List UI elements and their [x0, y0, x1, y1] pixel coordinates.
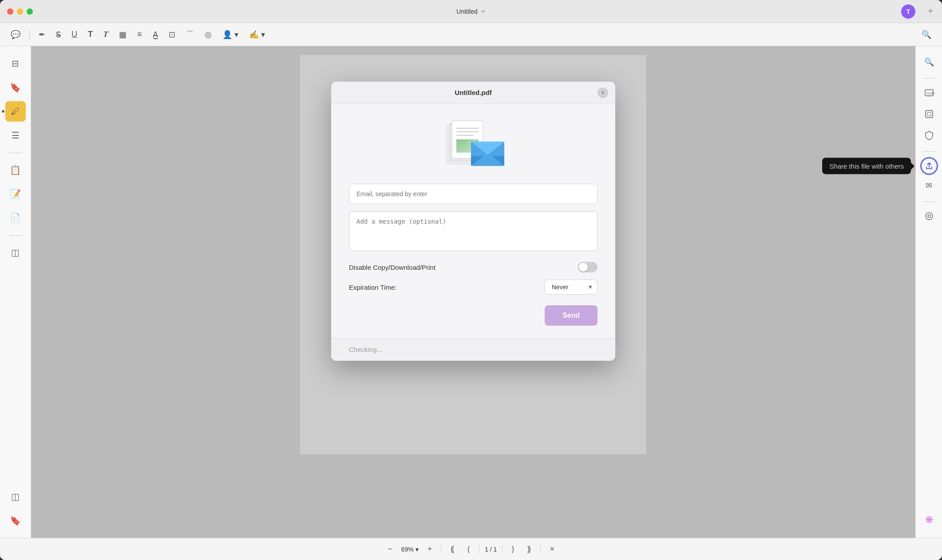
right-divider-2: [922, 151, 936, 152]
nav-first-button[interactable]: ⟪: [447, 543, 458, 556]
user-menu-icon[interactable]: 👤 ▾: [221, 28, 240, 41]
page-current: 1: [485, 546, 488, 553]
sidebar-item-pages[interactable]: ⊟: [5, 53, 26, 74]
disable-option-row: Disable Copy/Download/Print: [349, 262, 598, 272]
add-tab-button[interactable]: +: [928, 6, 933, 16]
notes-icon: 📝: [10, 189, 21, 199]
expiration-select[interactable]: Never 1 Day 7 Days 30 Days: [544, 280, 598, 295]
message-input[interactable]: [349, 211, 598, 251]
modal-body: Disable Copy/Download/Print Expiration T…: [331, 104, 615, 338]
list-icon[interactable]: ≡: [135, 28, 144, 41]
close-window-button[interactable]: [7, 8, 13, 15]
title-text: Untitled ✏: [456, 8, 485, 15]
share-modal: Untitled.pdf ×: [331, 82, 615, 361]
highlighter-icon: 🖊: [11, 106, 20, 117]
page-display: 1 / 1: [485, 546, 497, 553]
bottom-divider-1: [441, 545, 441, 554]
sidebar-item-bookmarks[interactable]: 🔖: [5, 77, 26, 98]
comments-icon[interactable]: 💬: [9, 28, 22, 41]
svg-point-17: [928, 215, 930, 217]
sidebar-spacer-1: [0, 149, 31, 156]
sidebar-spacer-2: [0, 232, 31, 239]
textbox-icon[interactable]: ▦: [117, 28, 128, 41]
bottom-divider-3: [502, 545, 503, 554]
modal-header: Untitled.pdf ×: [331, 82, 615, 104]
document-title: Untitled: [456, 8, 477, 15]
minimize-window-button[interactable]: [17, 8, 23, 15]
share-file-button[interactable]: [920, 157, 938, 175]
edit-title-icon[interactable]: ✏: [481, 8, 486, 15]
modal-footer: Checking...: [331, 338, 615, 361]
document-area: herbs you prefer. 2. Place the chicken i…: [31, 46, 915, 538]
shape-icon[interactable]: ⌒: [184, 28, 196, 42]
right-email-icon[interactable]: ✉: [920, 177, 938, 194]
send-button[interactable]: Send: [545, 305, 598, 326]
zoom-dropdown-icon[interactable]: ▾: [416, 546, 419, 553]
zoom-out-button[interactable]: −: [384, 543, 396, 556]
right-search-icon[interactable]: 🔍: [920, 53, 938, 71]
right-ocr-icon[interactable]: OCR: [920, 84, 938, 102]
email-input[interactable]: [349, 184, 598, 204]
highlight-icon[interactable]: A̲: [151, 28, 160, 41]
nav-last-button[interactable]: ⟫: [523, 543, 535, 556]
main-content: ⊟ 🔖 🖊 ☰ 📋 📝 📄: [0, 46, 942, 538]
underline-icon[interactable]: U: [70, 28, 79, 41]
sidebar-item-notes[interactable]: 📝: [5, 184, 26, 204]
mail-illustration: [438, 117, 509, 170]
right-divider-3: [922, 201, 936, 202]
nav-prev-button[interactable]: ⟨: [463, 543, 474, 556]
sidebar-item-stamp[interactable]: 📄: [5, 208, 26, 228]
bottom-toolbar: − 69% ▾ + ⟪ ⟨ 1 / 1 ⟩ ⟫ ×: [0, 538, 942, 560]
bookmarks-icon: 🔖: [10, 82, 21, 93]
strikethrough-icon[interactable]: S̶: [54, 28, 63, 41]
modal-close-button[interactable]: ×: [598, 87, 608, 98]
disable-toggle[interactable]: [578, 262, 598, 272]
modal-title: Untitled.pdf: [340, 89, 606, 96]
maximize-window-button[interactable]: [27, 8, 33, 15]
zoom-level: 69%: [401, 546, 414, 553]
right-save-icon[interactable]: [920, 207, 938, 225]
active-indicator: [2, 110, 4, 113]
text-icon[interactable]: T: [86, 28, 95, 41]
toggle-knob: [579, 263, 588, 272]
close-doc-button[interactable]: ×: [546, 543, 558, 556]
search-toolbar-icon[interactable]: 🔍: [920, 28, 933, 41]
app-window: Untitled ✏ + T 💬 ✒ S̶ U T 𝑻 ▦ ≡ A̲ ⊡ ⌒ ◎…: [0, 0, 942, 560]
pages-icon: ⊟: [12, 58, 19, 69]
right-sidebar: 🔍 OCR: [915, 46, 942, 538]
sidebar-item-layers2[interactable]: ◫: [5, 486, 26, 507]
bottom-divider-2: [479, 545, 479, 554]
sidebar-item-doc[interactable]: 📋: [5, 160, 26, 180]
doc-icon: 📋: [10, 165, 21, 175]
mail-illustration-area: [349, 117, 598, 170]
window-controls: [7, 8, 33, 15]
sidebar-item-highlighter[interactable]: 🖊: [5, 101, 26, 122]
right-secure-icon[interactable]: [920, 126, 938, 144]
sidebar-item-list[interactable]: ☰: [5, 125, 26, 146]
sidebar-item-footer-bookmark[interactable]: 🔖: [5, 510, 26, 531]
right-divider-1: [922, 78, 936, 79]
left-sidebar: ⊟ 🔖 🖊 ☰ 📋 📝 📄: [0, 46, 31, 538]
layers2-icon: ◫: [11, 491, 20, 502]
zoom-display[interactable]: 69% ▾: [401, 546, 419, 553]
pen-tool-icon[interactable]: ✒: [37, 28, 47, 41]
stamp-icon[interactable]: ✍ ▾: [247, 28, 267, 41]
page-separator: /: [490, 546, 494, 553]
user-avatar[interactable]: T: [901, 4, 915, 19]
expiration-label: Expiration Time:: [349, 284, 397, 291]
expiration-row: Expiration Time: Never 1 Day 7 Days 30 D…: [349, 280, 598, 295]
text2-icon[interactable]: 𝑻: [102, 28, 110, 41]
nav-next-button[interactable]: ⟩: [508, 543, 518, 556]
svg-rect-14: [926, 110, 933, 118]
zoom-in-button[interactable]: +: [424, 543, 436, 556]
checking-status: Checking...: [349, 346, 382, 353]
svg-text:OCR: OCR: [926, 91, 934, 95]
color-picker-icon[interactable]: ◎: [203, 28, 214, 41]
sidebar-divider-2: [9, 235, 22, 236]
expiration-select-wrapper: Never 1 Day 7 Days 30 Days ▼: [544, 280, 598, 295]
svg-point-16: [926, 213, 933, 220]
sidebar-item-layers[interactable]: ◫: [5, 242, 26, 263]
right-flower-icon[interactable]: ❋: [920, 511, 938, 529]
right-scan-icon[interactable]: [920, 105, 938, 123]
image-icon[interactable]: ⊡: [167, 28, 177, 41]
